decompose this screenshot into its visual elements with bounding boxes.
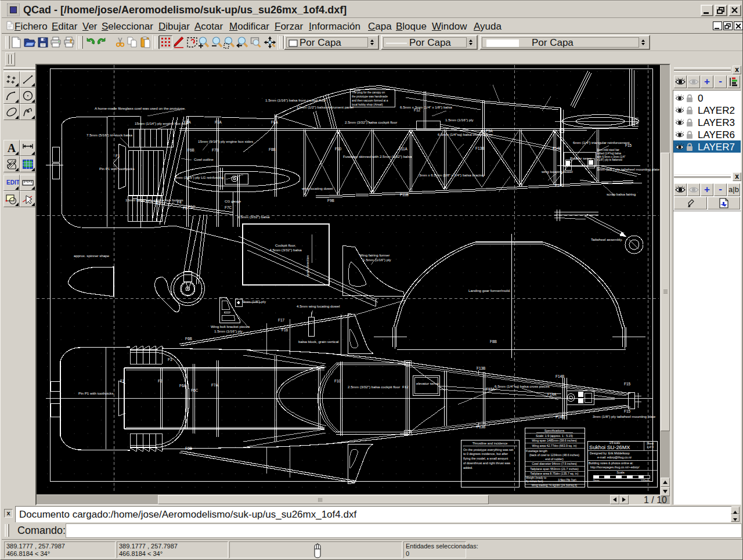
svg-text:6.5mm (1/4"sq) balsa cross pie: 6.5mm (1/4"sq) balsa cross pieces bbox=[438, 132, 493, 136]
svg-text:3.5kg (7lb 7oz): 3.5kg (7lb 7oz) bbox=[558, 479, 576, 482]
svg-text:F8B: F8B bbox=[269, 147, 276, 151]
svg-text:Pin P1 with toothpicks: Pin P1 with toothpicks bbox=[78, 391, 114, 395]
svg-text:Thrustline and incidence: Thrustline and incidence bbox=[473, 442, 508, 445]
svg-text:balsa block, grain vertical: balsa block, grain vertical bbox=[298, 339, 338, 344]
svg-text:wing locating dowel: wing locating dowel bbox=[301, 186, 333, 190]
svg-text:Sukhoi SU-26MX: Sukhoi SU-26MX bbox=[589, 445, 630, 450]
svg-text:0mm: 0mm bbox=[593, 479, 599, 482]
svg-text:2.5mm (3/32") balsa: 2.5mm (3/32") balsa bbox=[237, 215, 270, 219]
svg-text:Wing area 42.77dm (663.9 sq. i: Wing area 42.77dm (663.9 sq. in) bbox=[532, 444, 577, 447]
svg-text:1.5mm (1/16") ply: 1.5mm (1/16") ply bbox=[214, 329, 243, 333]
svg-text:15mm (9/16") ply engine box si: 15mm (9/16") ply engine box sides bbox=[198, 139, 253, 143]
svg-text:F9A: F9A bbox=[486, 129, 493, 133]
svg-text:with 6.5mm x 3mm (1/4": with 6.5mm x 3mm (1/4" bbox=[597, 156, 626, 158]
svg-text:Weight (ready to: Weight (ready to bbox=[526, 476, 546, 479]
svg-text:F7C: F7C bbox=[225, 205, 232, 209]
svg-text:F4: F4 bbox=[177, 200, 182, 204]
svg-text:F14A: F14A bbox=[547, 392, 557, 396]
svg-text:Tailwheel assembly.: Tailwheel assembly. bbox=[591, 237, 623, 241]
svg-text:F13B: F13B bbox=[477, 425, 485, 429]
svg-text:F6B: F6B bbox=[185, 446, 192, 450]
svg-text:7.5mm (5/16") tri-stock balsa: 7.5mm (5/16") tri-stock balsa bbox=[86, 133, 132, 137]
svg-text:Sheet: Sheet bbox=[647, 442, 654, 445]
svg-text:Wing fairing former: Wing fairing former bbox=[359, 253, 389, 257]
svg-text:Landing gear former/mold.: Landing gear former/mold. bbox=[468, 288, 511, 292]
svg-text:Specifications: Specifications bbox=[544, 429, 565, 432]
svg-text:F1: F1 bbox=[120, 379, 125, 383]
svg-text:F14B: F14B bbox=[553, 146, 561, 150]
svg-text:Wing span 1485mm (58.6 inches): Wing span 1485mm (58.6 inches) bbox=[532, 439, 577, 442]
svg-text:4mm (3/16") ply LG reinforcing: 4mm (3/16") ply LG reinforcing bbox=[175, 175, 224, 179]
svg-text:A home-made fibreglass cowl wa: A home-made fibreglass cowl was used on … bbox=[95, 106, 186, 110]
svg-text:CG gauge: CG gauge bbox=[225, 199, 241, 203]
svg-text:Scale: 1:9 (approx. 1 : 5.15): Scale: 1:9 (approx. 1 : 5.15) bbox=[536, 434, 573, 438]
svg-text:Cowl diameter 94mm (7.5 inches: Cowl diameter 94mm (7.5 inches) bbox=[532, 462, 577, 465]
svg-text:Pin P1 with toothpicks: Pin P1 with toothpicks bbox=[99, 167, 135, 171]
svg-text:Cowl outline: Cowl outline bbox=[194, 157, 214, 161]
svg-text:9mm (1/8") ply: 9mm (1/8") ply bbox=[243, 299, 266, 304]
svg-text:F6C: F6C bbox=[188, 205, 195, 209]
svg-text:F2: F2 bbox=[158, 379, 163, 383]
svg-text:The plug for the canopy on: The plug for the canopy on bbox=[352, 91, 385, 94]
svg-text:Tailplane span 553mm (21.7 inc: Tailplane span 553mm (21.7 inches) bbox=[530, 467, 579, 471]
svg-text:F9B: F9B bbox=[327, 198, 334, 203]
svg-text:F6C: F6C bbox=[191, 388, 198, 392]
svg-text:F6B: F6B bbox=[185, 337, 192, 341]
svg-text:1.5mm (1/16") ply: 1.5mm (1/16") ply bbox=[363, 258, 392, 262]
svg-text:F13B: F13B bbox=[475, 146, 484, 150]
svg-text:F6A: F6A bbox=[179, 384, 186, 388]
svg-text:3mm x 6.5mm (1/8" x 1/4") bals: 3mm x 6.5mm (1/8" x 1/4") balsa bracing bbox=[419, 173, 484, 177]
svg-text:flying the model, a small amou: flying the model, a small amount bbox=[463, 457, 508, 460]
svg-text:F14B: F14B bbox=[556, 374, 564, 378]
svg-text:F15: F15 bbox=[624, 382, 630, 386]
svg-text:Fuselage length: Fuselage length bbox=[526, 449, 547, 453]
svg-text:F13A: F13A bbox=[486, 387, 495, 391]
svg-text:F13B: F13B bbox=[477, 366, 485, 370]
svg-text:e-mail: edorp@ihug.co.nz: e-mail: edorp@ihug.co.nz bbox=[597, 456, 632, 459]
svg-text:6.5mm (1/4"sq) balsa cross pie: 6.5mm (1/4"sq) balsa cross pieces bbox=[495, 384, 550, 388]
svg-text:scrap balsa fairing: scrap balsa fairing bbox=[607, 192, 636, 196]
svg-text:Scale: Scale bbox=[616, 471, 625, 474]
svg-text:local hobby shop (Airsail): local hobby shop (Airsail) bbox=[352, 103, 383, 106]
svg-text:3mm (1/8") ply tailwheel mount: 3mm (1/8") ply tailwheel mounting plate bbox=[597, 167, 660, 171]
svg-text:elevator servo: elevator servo bbox=[416, 381, 439, 385]
svg-text:1 of 4: 1 of 4 bbox=[647, 446, 654, 449]
svg-text:2.5mm (3/32") balsa cockpit fl: 2.5mm (3/32") balsa cockpit floor bbox=[345, 120, 397, 124]
svg-text:end of rudder): end of rudder) bbox=[545, 457, 564, 461]
svg-text:F2: F2 bbox=[156, 201, 161, 205]
svg-text:F14C: F14C bbox=[555, 183, 564, 187]
svg-text:F12: F12 bbox=[414, 108, 420, 112]
svg-text:F5: F5 bbox=[183, 206, 187, 210]
svg-text:Wing bolt bracket pieces: Wing bolt bracket pieces bbox=[211, 324, 250, 328]
svg-text:F10: F10 bbox=[334, 379, 341, 383]
svg-text:4.5mm wing locating dowel: 4.5mm wing locating dowel bbox=[297, 304, 340, 308]
svg-text:F1: F1 bbox=[116, 154, 120, 158]
svg-text:F6A: F6A bbox=[184, 120, 191, 124]
svg-text:2.5mm (3/32") balsa cockpit fl: 2.5mm (3/32") balsa cockpit floor bbox=[348, 385, 400, 389]
svg-text:EDIT: EDIT bbox=[6, 179, 19, 186]
svg-text:x 1/8") ply is flattened: x 1/8") ply is flattened bbox=[597, 158, 622, 161]
svg-text:F15: F15 bbox=[625, 143, 632, 147]
svg-text:and then vacuum formed at a: and then vacuum formed at a bbox=[352, 99, 388, 102]
svg-text:On the prototype everything wa: On the prototype everything was set bbox=[463, 448, 514, 451]
svg-text:F16: F16 bbox=[282, 328, 288, 332]
svg-text:added.: added. bbox=[463, 466, 473, 469]
svg-text:F11B: F11B bbox=[400, 193, 409, 197]
svg-text:1/9 scale: 1/9 scale bbox=[609, 442, 621, 445]
svg-text:100mm: 100mm bbox=[641, 479, 650, 482]
svg-text:Designed by: Erik Middelkoop: Designed by: Erik Middelkoop bbox=[590, 451, 630, 455]
svg-text:F8A: F8A bbox=[271, 120, 278, 124]
svg-text:15mm (9/16") ply engine box bo: 15mm (9/16") ply engine box bottom bbox=[125, 198, 183, 202]
svg-text:fly minus fuel): fly minus fuel) bbox=[526, 480, 543, 483]
svg-text:F14B: F14B bbox=[556, 415, 564, 419]
svg-text:13mm (1/2") balsa instrument p: 13mm (1/2") balsa instrument panel bbox=[297, 105, 354, 109]
svg-text:1.5mm (1/16") ply: 1.5mm (1/16") ply bbox=[445, 118, 474, 122]
svg-text:F3: F3 bbox=[168, 357, 172, 362]
svg-text:3mm (1/8") ply tailwheel mount: 3mm (1/8") ply tailwheel mounting plate bbox=[593, 414, 656, 418]
svg-text:to 0 degrees incidence, but af: to 0 degrees incidence, but after bbox=[463, 452, 508, 456]
svg-text:of downthrust and right thrust: of downthrust and right thrust was bbox=[463, 461, 510, 465]
svg-text:F11A: F11A bbox=[399, 147, 408, 151]
svg-text:6mm (1/4") triangular reinforc: 6mm (1/4") triangular reinforcement bbox=[573, 140, 630, 144]
svg-text:F7A: F7A bbox=[215, 120, 222, 124]
svg-text:F10: F10 bbox=[335, 147, 341, 151]
